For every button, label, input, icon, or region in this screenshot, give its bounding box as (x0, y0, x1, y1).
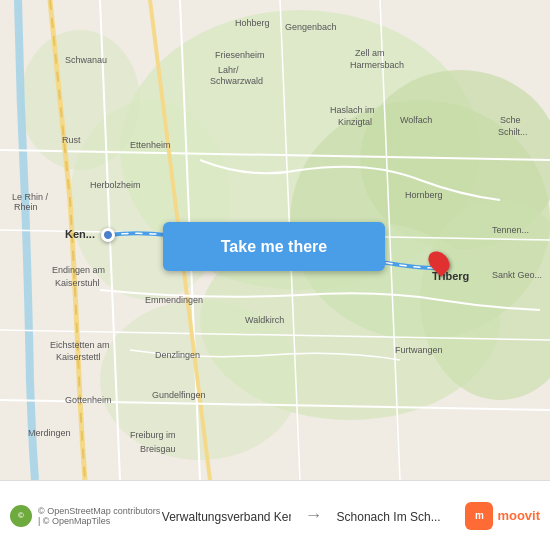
map-label-waldkirch: Waldkirch (245, 315, 284, 325)
map-label-merdingen: Merdingen (28, 428, 71, 438)
map-label-schwarzwald: Schwarzwald (210, 76, 263, 86)
svg-point-5 (100, 300, 300, 460)
svg-point-3 (360, 70, 550, 250)
map-label-haslach: Haslach im (330, 105, 375, 115)
map-label-tennen: Tennen... (492, 225, 529, 235)
svg-point-7 (20, 30, 140, 170)
from-label: Verwaltungsverband Kenzinge... (162, 510, 291, 524)
attribution-area: © © OpenStreetMap contributors | © OpenM… (10, 505, 162, 527)
map-label-kaiserstettl: Kaiserstettl (56, 352, 101, 362)
map-label-sche: Sche (500, 115, 521, 125)
to-label: Schonach Im Sch... (337, 510, 441, 524)
map-label-freiburg: Freiburg im (130, 430, 176, 440)
location-to: Schonach Im Sch... (337, 507, 466, 525)
map-label-herbolzheim: Herbolzheim (90, 180, 141, 190)
map-label-kaiserstuhl: Kaiserstuhl (55, 278, 100, 288)
arrow-icon: → (305, 505, 323, 526)
map-label-endingen: Endingen am (52, 265, 105, 275)
map-label-emmendingen: Emmendingen (145, 295, 203, 305)
destination-marker (430, 250, 448, 274)
svg-point-8 (420, 200, 550, 400)
map-label-wolfach: Wolfach (400, 115, 432, 125)
map-label-breisgau: Breisgau (140, 444, 176, 454)
map-area[interactable]: HohbergGengenbachSchwanauFriesenheimLahr… (0, 0, 550, 480)
map-label-furtwangen: Furtwangen (395, 345, 443, 355)
svg-point-2 (290, 100, 550, 340)
svg-line-13 (0, 330, 550, 340)
map-label-harmersbach: Harmersbach (350, 60, 404, 70)
map-label-hornberg: Hornberg (405, 190, 443, 200)
map-label-rhein: Rhein (14, 202, 38, 212)
osm-logo: © (10, 505, 32, 527)
map-label-kenzingen: Ken... (65, 228, 95, 240)
map-label-gengenbach: Gengenbach (285, 22, 337, 32)
map-label-gottenheim: Gottenheim (65, 395, 112, 405)
take-me-there-button[interactable]: Take me there (163, 222, 385, 271)
map-label-rust: Rust (62, 135, 81, 145)
map-label-gundelfingen: Gundelfingen (152, 390, 206, 400)
map-label-ettenheim: Ettenheim (130, 140, 171, 150)
map-label-schwanau: Schwanau (65, 55, 107, 65)
map-label-lerhein: Le Rhin / (12, 192, 48, 202)
svg-line-16 (0, 400, 550, 410)
moovit-text: moovit (497, 508, 540, 523)
map-label-sanktgeo: Sankt Geo... (492, 270, 542, 280)
map-label-friesenheim: Friesenheim (215, 50, 265, 60)
map-label-kinzigtal: Kinzigtal (338, 117, 372, 127)
map-label-denzlingen: Denzlingen (155, 350, 200, 360)
origin-marker (101, 228, 115, 242)
svg-line-10 (0, 150, 550, 160)
location-from: Verwaltungsverband Kenzinge... (162, 507, 291, 525)
map-container: HohbergGengenbachSchwanauFriesenheimLahr… (0, 0, 550, 550)
moovit-icon: m (465, 502, 493, 530)
moovit-logo: m moovit (465, 502, 540, 530)
attribution-text: © OpenStreetMap contributors | © OpenMap… (38, 506, 162, 526)
bottom-bar: © © OpenStreetMap contributors | © OpenM… (0, 480, 550, 550)
map-label-eichstetten: Eichstetten am (50, 340, 110, 350)
map-label-zell: Zell am (355, 48, 385, 58)
map-label-schilta: Schilt... (498, 127, 528, 137)
map-label-hohberg: Hohberg (235, 18, 270, 28)
map-label-lahr: Lahr/ (218, 65, 239, 75)
